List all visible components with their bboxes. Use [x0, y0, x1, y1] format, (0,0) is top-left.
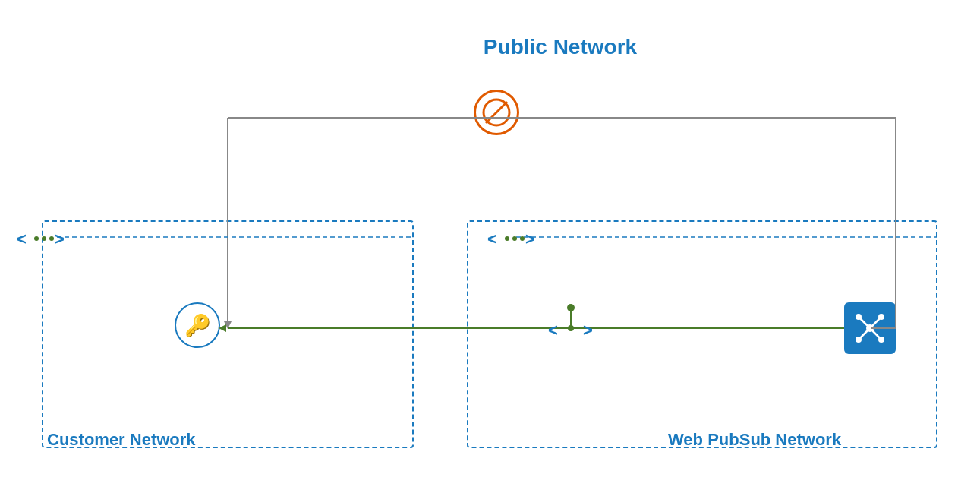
pubsub-service-icon — [844, 302, 896, 354]
public-network-label: Public Network — [470, 35, 651, 59]
svg-text:<: < — [17, 229, 27, 248]
diagram-container: Public Network Customer Network Web PubS… — [0, 0, 980, 487]
no-sign-icon — [474, 90, 519, 135]
customer-network-box — [42, 220, 414, 448]
key-icon: 🔑 — [175, 302, 220, 348]
svg-point-23 — [34, 236, 39, 241]
customer-network-label: Customer Network — [47, 430, 196, 450]
svg-line-1 — [486, 102, 507, 123]
webpubsub-network-label: Web PubSub Network — [668, 430, 841, 450]
